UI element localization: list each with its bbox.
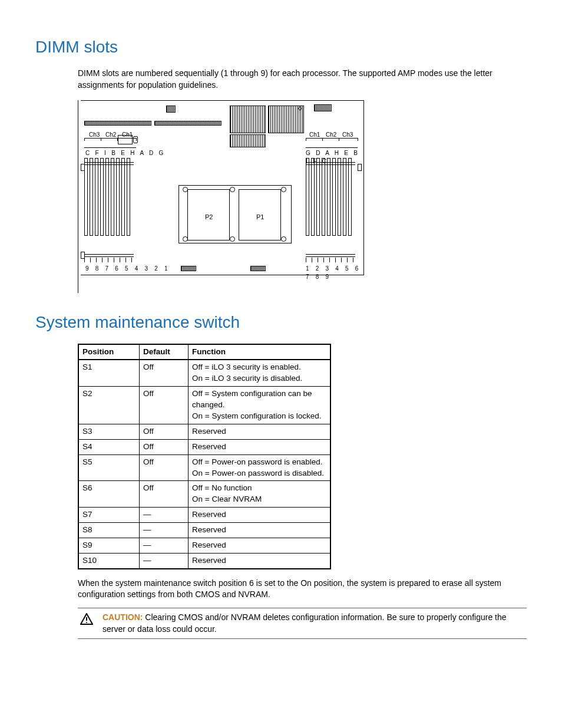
table-cell-function: Reserved [189,439,331,454]
caution-icon [78,612,93,635]
table-cell-default: Off [140,439,189,454]
table-cell-position: S4 [78,439,140,454]
diagram-nums-left: 9 8 7 6 5 4 3 2 1 [85,265,170,273]
table-cell-function: Off = System configuration can be change… [189,387,331,424]
diagram-nums-right: 1 2 3 4 5 6 7 8 9 [306,265,363,281]
heading-system-maintenance-switch: System maintenance switch [35,311,527,334]
table-cell-position: S9 [78,538,140,554]
diagram-letters-left: C F I B E H A D G [85,149,166,157]
table-row: S10—Reserved [78,553,330,568]
table-cell-default: Off [140,360,189,386]
diagram-dimm-bank-right [306,158,353,236]
table-cell-position: S2 [78,387,140,424]
caution-label: CAUTION: [103,612,143,622]
switch-table: Position Default Function S1OffOff = iLO… [78,344,331,569]
table-cell-default: — [140,523,189,538]
diagram-container: Ch3 Ch2 Ch1 Ch1 Ch2 Ch3 C F I B E H A D … [78,100,527,293]
table-row: S9—Reserved [78,538,330,554]
table-row: S4OffReserved [78,439,330,454]
table-cell-position: S7 [78,508,140,523]
table-row: S6OffOff = No functionOn = Clear NVRAM [78,481,330,508]
caution-text: Clearing CMOS and/or NVRAM deletes confi… [103,612,507,634]
table-row: S1OffOff = iLO 3 security is enabled.On … [78,360,330,386]
table-cell-default: — [140,508,189,523]
table-cell-default: Off [140,387,189,424]
table-header-function: Function [189,344,331,360]
table-cell-position: S10 [78,553,140,568]
table-row: S3OffReserved [78,424,330,439]
table-cell-function: Reserved [189,553,331,568]
table-row: S7—Reserved [78,508,330,523]
caution-block: CAUTION: Clearing CMOS and/or NVRAM dele… [78,608,527,639]
table-cell-position: S3 [78,424,140,439]
table-cell-default: Off [140,481,189,508]
table-cell-function: Reserved [189,424,331,439]
table-cell-default: — [140,553,189,568]
table-header-default: Default [140,344,189,360]
table-cell-position: S1 [78,360,140,386]
table-header-position: Position [78,344,140,360]
table-row: S5OffOff = Power-on password is enabled.… [78,454,330,481]
table-cell-position: S5 [78,454,140,481]
table-cell-default: Off [140,424,189,439]
table-cell-default: Off [140,454,189,481]
table-row: S2OffOff = System configuration can be c… [78,387,330,424]
table-cell-function: Reserved [189,508,331,523]
diagram-p2-label: P2 [205,213,213,222]
dimm-intro-text: DIMM slots are numbered sequentially (1 … [78,68,527,91]
svg-point-2 [86,622,87,623]
table-cell-position: S6 [78,481,140,508]
diagram-p1-label: P1 [256,213,264,222]
table-cell-function: Off = No functionOn = Clear NVRAM [189,481,331,508]
motherboard-diagram: Ch3 Ch2 Ch1 Ch1 Ch2 Ch3 C F I B E H A D … [81,100,364,275]
diagram-dimm-bank-left [84,158,132,236]
table-row: S8—Reserved [78,523,330,538]
table-cell-default: — [140,538,189,554]
heading-dimm-slots: DIMM slots [35,35,527,58]
switch-note-text: When the system maintenance switch posit… [78,578,527,601]
table-cell-function: Off = Power-on password is enabled.On = … [189,454,331,481]
table-cell-function: Reserved [189,538,331,554]
table-cell-function: Reserved [189,523,331,538]
table-cell-position: S8 [78,523,140,538]
table-cell-function: Off = iLO 3 security is enabled.On = iLO… [189,360,331,386]
